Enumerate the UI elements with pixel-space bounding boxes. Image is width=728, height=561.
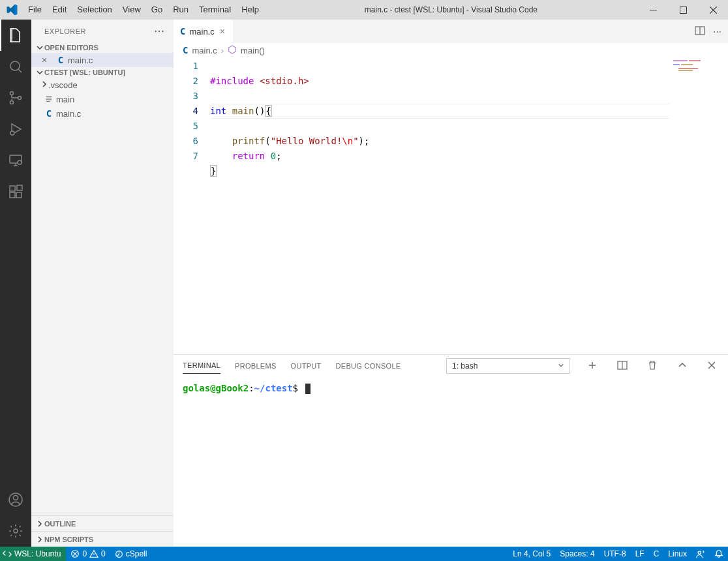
status-errors-count: 0 — [82, 549, 87, 558]
window-minimize-button[interactable] — [638, 0, 668, 20]
workspace-label: CTEST [WSL: UBUNTU] — [44, 68, 125, 76]
panel-tab-debug-console[interactable]: DEBUG CONSOLE — [336, 358, 401, 374]
panel-tab-problems[interactable]: PROBLEMS — [235, 358, 277, 374]
c-file-icon: C — [42, 108, 56, 119]
minimap[interactable] — [669, 57, 728, 354]
explorer-sidebar: EXPLORER ⋯ OPEN EDITORS × C main.c CTEST… — [31, 20, 174, 547]
svg-rect-9 — [10, 186, 15, 191]
status-cspell-label: cSpell — [126, 549, 147, 558]
c-file-icon: C — [180, 26, 185, 37]
menu-view[interactable]: View — [117, 0, 146, 20]
chevron-right-icon — [40, 80, 48, 90]
tab-main-c[interactable]: C main.c × — [174, 20, 233, 43]
svg-point-3 — [10, 92, 14, 95]
menu-terminal[interactable]: Terminal — [194, 0, 236, 20]
status-remote[interactable]: WSL: Ubuntu — [0, 547, 66, 561]
more-actions-icon[interactable]: ⋯ — [713, 27, 723, 37]
status-cspell[interactable]: cSpell — [110, 547, 152, 561]
open-editor-label: main.c — [68, 55, 93, 65]
folder-vscode[interactable]: .vscode — [31, 78, 174, 92]
open-editors-header[interactable]: OPEN EDITORS — [31, 42, 174, 53]
terminal-userhost: golas@gBook2 — [183, 383, 249, 393]
activity-bar — [0, 20, 31, 547]
menu-help[interactable]: Help — [236, 0, 264, 20]
activity-accounts-icon[interactable] — [0, 484, 31, 515]
status-remote-label: WSL: Ubuntu — [14, 549, 61, 558]
file-main-c[interactable]: C main.c — [31, 106, 174, 121]
chevron-right-icon — [35, 536, 44, 543]
kill-terminal-icon[interactable] — [645, 360, 660, 372]
close-panel-icon[interactable] — [705, 361, 719, 371]
outline-label: OUTLINE — [44, 520, 76, 528]
chevron-down-icon — [35, 68, 44, 76]
activity-search-icon[interactable] — [0, 51, 31, 82]
open-editor-item[interactable]: × C main.c — [31, 53, 174, 67]
svg-rect-0 — [650, 10, 657, 10]
activity-source-control-icon[interactable] — [0, 82, 31, 114]
explorer-more-icon[interactable]: ⋯ — [154, 25, 166, 37]
current-line-highlight — [210, 104, 669, 119]
outline-header[interactable]: OUTLINE — [31, 515, 174, 531]
status-language[interactable]: C — [649, 549, 664, 558]
file-label: main.c — [56, 109, 81, 119]
split-editor-icon[interactable] — [695, 25, 705, 38]
chevron-right-icon — [35, 520, 44, 528]
close-icon[interactable]: × — [219, 26, 226, 37]
status-eol[interactable]: LF — [631, 549, 649, 558]
breadcrumbs[interactable]: C main.c › main() — [174, 43, 728, 57]
activity-explorer-icon[interactable] — [0, 20, 31, 51]
status-feedback-icon[interactable] — [691, 549, 710, 558]
status-cursor-position[interactable]: Ln 4, Col 5 — [508, 549, 555, 558]
code-editor[interactable]: 1 2 3 4 5 6 7 #include <stdio.h> int mai… — [174, 57, 728, 354]
svg-point-6 — [10, 131, 14, 135]
npm-scripts-header[interactable]: NPM SCRIPTS — [31, 531, 174, 547]
vscode-logo-icon — [0, 4, 23, 16]
npm-scripts-label: NPM SCRIPTS — [44, 536, 93, 543]
status-encoding[interactable]: UTF-8 — [599, 549, 631, 558]
c-file-icon: C — [183, 45, 188, 55]
svg-point-4 — [10, 101, 14, 104]
svg-rect-11 — [16, 192, 22, 198]
terminal-body[interactable]: golas@gBook2:~/ctest$ — [174, 376, 728, 547]
panel-tab-output[interactable]: OUTPUT — [291, 358, 322, 374]
symbol-icon — [228, 45, 237, 56]
status-problems[interactable]: 0 0 — [66, 547, 110, 561]
menu-selection[interactable]: Selection — [72, 0, 117, 20]
status-indentation[interactable]: Spaces: 4 — [555, 549, 599, 558]
titlebar: File Edit Selection View Go Run Terminal… — [0, 0, 728, 20]
status-os[interactable]: Linux — [663, 549, 691, 558]
activity-remote-explorer-icon[interactable] — [0, 145, 31, 176]
activity-extensions-icon[interactable] — [0, 176, 31, 207]
chevron-right-icon: › — [221, 46, 224, 55]
menu-edit[interactable]: Edit — [47, 0, 72, 20]
svg-point-22 — [698, 551, 701, 554]
tab-label: main.c — [189, 27, 214, 37]
panel-tab-terminal[interactable]: TERMINAL — [183, 357, 220, 374]
close-icon[interactable]: × — [42, 55, 53, 65]
menu-go[interactable]: Go — [146, 0, 168, 20]
new-terminal-icon[interactable] — [584, 360, 600, 372]
chevron-down-icon — [35, 44, 44, 52]
line-number-gutter: 1 2 3 4 5 6 7 — [174, 57, 210, 354]
svg-point-14 — [14, 496, 18, 500]
menu-file[interactable]: File — [23, 0, 47, 20]
code-content[interactable]: #include <stdio.h> int main(){ printf("H… — [210, 57, 669, 354]
svg-rect-1 — [680, 7, 686, 13]
activity-settings-icon[interactable] — [0, 515, 31, 547]
c-file-icon: C — [53, 55, 68, 65]
status-notifications-icon[interactable] — [710, 549, 728, 558]
menu-run[interactable]: Run — [168, 0, 194, 20]
breadcrumb-symbol[interactable]: main() — [241, 46, 265, 55]
chevron-down-icon — [558, 361, 564, 371]
activity-run-debug-icon[interactable] — [0, 114, 31, 145]
maximize-panel-icon[interactable] — [675, 360, 690, 372]
terminal-selector[interactable]: 1: bash — [446, 358, 570, 374]
window-maximize-button[interactable] — [668, 0, 698, 20]
window-close-button[interactable] — [698, 0, 728, 20]
breadcrumb-file[interactable]: main.c — [192, 46, 217, 55]
terminal-selector-label: 1: bash — [452, 361, 478, 371]
file-main-bin[interactable]: main — [31, 92, 174, 106]
file-label: main — [56, 95, 74, 104]
split-terminal-icon[interactable] — [614, 360, 630, 372]
workspace-header[interactable]: CTEST [WSL: UBUNTU] — [31, 67, 174, 78]
